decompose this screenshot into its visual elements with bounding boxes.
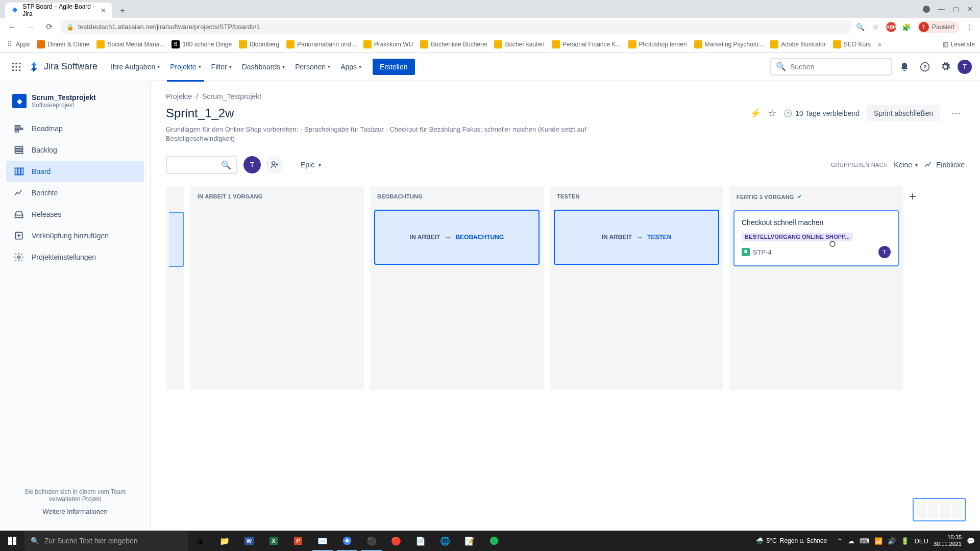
add-column-button[interactable]: + <box>909 186 916 390</box>
mail-icon[interactable]: ✉️ <box>310 531 335 551</box>
group-by-dropdown[interactable]: Keine▾ <box>894 161 918 169</box>
complete-sprint-button[interactable]: Sprint abschließen <box>867 105 940 121</box>
bookmark-item[interactable]: Bücher kaufen <box>494 40 544 48</box>
insights-button[interactable]: Einblicke <box>924 160 965 169</box>
global-search[interactable]: 🔍 <box>770 58 892 76</box>
sidebar-item-roadmap[interactable]: Roadmap <box>6 118 144 139</box>
start-button[interactable] <box>0 531 24 551</box>
taskbar-clock[interactable]: 15:35 30.11.2021 <box>934 534 962 547</box>
onedrive-icon[interactable]: ☁ <box>848 537 854 545</box>
chrome-icon[interactable] <box>335 531 359 551</box>
nav-your-work[interactable]: Ihre Aufgaben▾ <box>108 59 163 75</box>
card-assignee-avatar[interactable]: T <box>878 246 891 258</box>
bookmark-item[interactable]: Dinner & Crime <box>37 40 89 48</box>
bookmark-item[interactable]: Bloomberg <box>239 40 279 48</box>
dropzone-observe[interactable]: IN ARBEIT → BEOBACHTUNG <box>374 210 540 265</box>
nav-dashboards[interactable]: Dashboards▾ <box>239 59 288 75</box>
taskbar-search[interactable]: 🔍 Zur Suche Text hier eingeben <box>24 531 188 551</box>
sidebar-footer-link[interactable]: Weitere Informationen <box>11 508 139 515</box>
reload-button[interactable]: ⟳ <box>42 22 56 32</box>
reading-list-button[interactable]: ▥ Leseliste <box>943 41 975 48</box>
address-bar[interactable]: 🔒 testdeutsch1.atlassian.net/jira/softwa… <box>60 20 851 34</box>
sidebar-item-add-link[interactable]: Verknüpfung hinzufügen <box>6 225 144 246</box>
create-button[interactable]: Erstellen <box>373 59 414 75</box>
tray-chevron-icon[interactable]: ⌃ <box>837 537 843 545</box>
more-actions-icon[interactable]: ⋯ <box>947 105 965 122</box>
sidebar-item-reports[interactable]: Berichte <box>6 182 144 204</box>
wifi-icon[interactable]: 📶 <box>874 537 883 545</box>
back-button[interactable]: ← <box>5 22 19 32</box>
spotify-icon[interactable] <box>482 531 506 551</box>
zoom-icon[interactable]: 🔍 <box>855 22 866 32</box>
add-assignee-button[interactable] <box>266 156 283 173</box>
task-view-icon[interactable]: ⊞ <box>188 531 212 551</box>
volume-icon[interactable]: 🔊 <box>888 537 896 545</box>
obs-icon[interactable]: ⚫ <box>359 531 384 551</box>
bookmark-item[interactable]: SEO Kurs <box>833 40 871 48</box>
app-icon[interactable]: 📄 <box>408 531 433 551</box>
star-icon[interactable]: ☆ <box>768 108 776 119</box>
assignee-filter-avatar[interactable]: T <box>243 156 261 173</box>
board-minimap[interactable] <box>913 498 966 521</box>
bookmark-item[interactable]: Panoramabahn und... <box>286 40 356 48</box>
bookmark-item[interactable]: Praktikum WU <box>363 40 413 48</box>
new-tab-button[interactable]: + <box>115 4 130 18</box>
close-window-icon[interactable]: ✕ <box>967 5 973 13</box>
sidebar-item-backlog[interactable]: Backlog <box>6 139 144 161</box>
menu-icon[interactable]: ⋮ <box>965 22 975 32</box>
help-icon[interactable] <box>917 59 933 75</box>
user-avatar[interactable]: T <box>958 60 972 74</box>
search-input[interactable] <box>790 63 886 71</box>
profile-chip[interactable]: T Pausiert <box>917 21 960 33</box>
bookmark-item[interactable]: Bücherliste Bücherei <box>420 40 487 48</box>
card-key[interactable]: STP-4 <box>742 248 772 256</box>
bookmark-item[interactable]: Personal Finance K... <box>552 40 621 48</box>
issue-card[interactable]: Checkout schnell machen BESTELLVORGANG O… <box>733 210 899 266</box>
bookmark-star-icon[interactable]: ☆ <box>871 22 881 32</box>
bookmark-item[interactable]: Photoshop lernen <box>628 40 687 48</box>
input-icon[interactable]: ⌨ <box>860 537 869 545</box>
minimize-icon[interactable]: — <box>938 5 945 13</box>
sidebar-item-releases[interactable]: Releases <box>6 204 144 225</box>
notifications-tray-icon[interactable]: 💬 <box>967 537 975 545</box>
board-search[interactable]: 🔍 <box>166 156 237 174</box>
automation-icon[interactable]: ⚡ <box>750 108 761 119</box>
edge-icon[interactable]: 🌐 <box>433 531 457 551</box>
account-indicator-icon[interactable] <box>923 6 930 13</box>
column-header[interactable]: IN ARBEIT 1 VORGANG <box>190 186 364 207</box>
battery-icon[interactable]: 🔋 <box>901 537 909 545</box>
tab-close-icon[interactable]: ✕ <box>101 7 106 14</box>
extensions-icon[interactable]: 🧩 <box>901 22 912 32</box>
sidebar-item-settings[interactable]: Projekteinstellungen <box>6 246 144 268</box>
app-switcher-icon[interactable] <box>8 59 24 75</box>
jira-logo[interactable]: Jira Software <box>29 61 97 73</box>
settings-icon[interactable] <box>937 59 953 75</box>
column-header[interactable]: FERTIG 1 VORGANG ✓ <box>729 186 903 207</box>
epic-dropdown[interactable]: Epic▾ <box>296 158 326 172</box>
breadcrumb-projects[interactable]: Projekte <box>166 92 192 101</box>
bookmarks-overflow[interactable]: » <box>878 41 881 48</box>
nav-people[interactable]: Personen▾ <box>292 59 333 75</box>
bookmark-item[interactable]: Social Media Mana... <box>96 40 164 48</box>
nav-apps[interactable]: Apps▾ <box>337 59 364 75</box>
maximize-icon[interactable]: ▢ <box>953 5 959 13</box>
app-icon[interactable]: 🔴 <box>384 531 408 551</box>
dropzone-test[interactable]: IN ARBEIT → TESTEN <box>554 210 719 265</box>
notifications-icon[interactable] <box>896 59 913 75</box>
file-explorer-icon[interactable]: 📁 <box>212 531 237 551</box>
bookmark-item[interactable]: Marketing Psycholo... <box>694 40 764 48</box>
language-indicator[interactable]: DEU <box>914 537 928 545</box>
column-header[interactable]: BEOBACHTUNG <box>370 186 544 207</box>
breadcrumb-project[interactable]: Scrum_Testprojekt <box>202 92 261 101</box>
weather-widget[interactable]: 🌧️ 5°C Regen u. Schnee <box>756 537 827 544</box>
browser-tab-active[interactable]: STP Board – Agile-Board - Jira ✕ <box>5 3 112 18</box>
bookmark-item[interactable]: Adobe Illustrator <box>770 40 825 48</box>
project-header[interactable]: ◆ Scrum_Testprojekt Softwareprojekt <box>6 91 144 118</box>
word-icon[interactable]: W <box>237 531 261 551</box>
notepad-icon[interactable]: 📝 <box>457 531 482 551</box>
nav-filters[interactable]: Filter▾ <box>208 59 235 75</box>
apps-bookmark[interactable]: ⠿Apps <box>5 40 30 48</box>
sidebar-item-board[interactable]: Board <box>6 161 144 182</box>
adblock-icon[interactable]: ABP <box>886 22 896 32</box>
column-header[interactable]: TESTEN <box>550 186 723 207</box>
